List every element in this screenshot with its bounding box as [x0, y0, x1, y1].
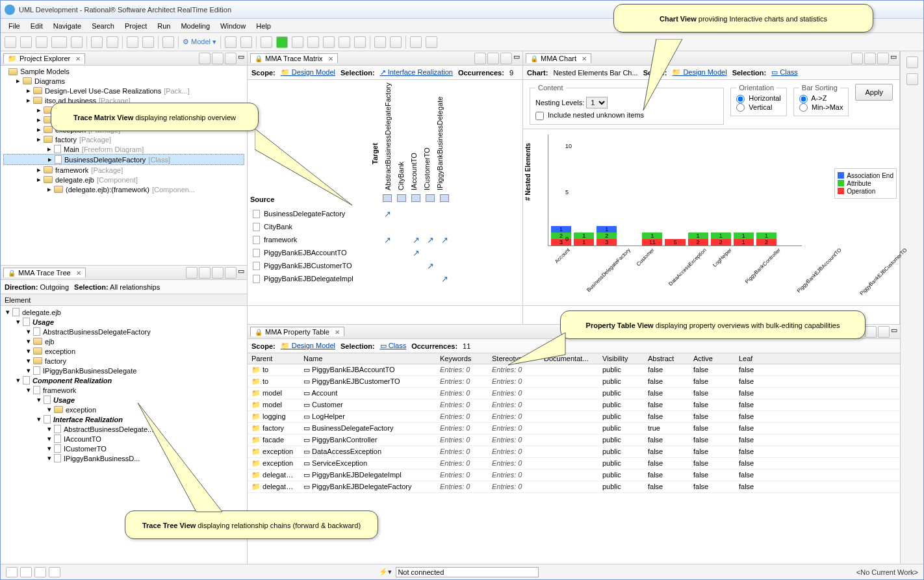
tb-010-icon[interactable] — [51, 36, 67, 48]
tb-g-icon[interactable] — [323, 36, 335, 48]
tb-lock-icon[interactable] — [91, 36, 103, 48]
table-row[interactable]: 📁 model▭ CustomerEntries: 0Entries: 0pub… — [248, 399, 900, 411]
close-icon[interactable]: ✕ — [579, 55, 587, 62]
project-explorer-tree[interactable]: Sample Models▸Diagrams▸Design-Level Use-… — [1, 66, 247, 265]
tab-property-table[interactable]: 🔒 MMA Property Table ✕ — [250, 327, 344, 336]
table-row[interactable]: 📁 model▭ AccountEntries: 0Entries: 0publ… — [248, 388, 900, 399]
menu-help[interactable]: Help — [252, 21, 275, 31]
minimize-icon[interactable]: ▭ — [238, 53, 244, 64]
minimize-icon[interactable]: ▭ — [513, 53, 520, 64]
table-row[interactable]: 📁 exception▭ DataAccessExceptionEntries:… — [248, 446, 900, 458]
tt-tb1-icon[interactable] — [186, 267, 198, 279]
matrix-row[interactable]: framework↗↗↗↗ — [248, 233, 522, 246]
tree-item[interactable]: ▸BusinessDelegateFactory [Class] — [3, 154, 244, 165]
close-icon[interactable]: ✕ — [73, 270, 81, 277]
sb1-icon[interactable] — [6, 567, 18, 577]
tb-save-icon[interactable] — [20, 36, 32, 48]
tt-tb3-icon[interactable] — [212, 267, 224, 279]
menu-search[interactable]: Search — [88, 21, 118, 31]
ch-tb1-icon[interactable] — [851, 53, 863, 64]
matrix-row[interactable]: CityBank — [248, 220, 522, 233]
apply-button[interactable]: Apply — [855, 84, 893, 101]
tb-i-icon[interactable] — [374, 36, 386, 48]
tb-back-icon[interactable] — [410, 36, 422, 48]
ch-tb2-icon[interactable] — [864, 53, 876, 64]
table-row[interactable]: 📁 delegate....▭ PiggyBankEJBDelegateImpl… — [248, 470, 900, 481]
trim1-icon[interactable] — [906, 57, 918, 68]
table-row[interactable]: 📁 delegate....▭ PiggyBankEJBDelegateFact… — [248, 481, 900, 493]
tm-scope-link[interactable]: 📁 Design Model — [281, 68, 335, 77]
tt-tb2-icon[interactable] — [199, 267, 211, 279]
pe-menu-icon[interactable] — [225, 53, 237, 64]
table-row[interactable]: 📁 factory▭ BusinessDelegateFactoryEntrie… — [248, 423, 900, 435]
pt-sel-link[interactable]: ▭ Class — [380, 342, 407, 350]
tb-btn-icon[interactable] — [71, 36, 83, 48]
tb-new-icon[interactable] — [5, 36, 16, 48]
orient-v-radio[interactable]: Vertical — [736, 103, 772, 111]
tree-item[interactable]: ▾delegate.ejb — [3, 307, 244, 317]
tree-item[interactable]: ▾Usage — [3, 317, 244, 327]
table-row[interactable]: 📁 exception▭ ServiceExceptionEntries: 0E… — [248, 458, 900, 470]
tb-d-icon[interactable] — [225, 36, 237, 48]
pt-body[interactable]: 📁 to▭ PiggyBankEJBAccountTOEntries: 0Ent… — [248, 364, 900, 493]
tt-column-header[interactable]: Element — [1, 294, 247, 306]
minimize-icon[interactable]: ▭ — [891, 326, 897, 338]
menu-window[interactable]: Window — [216, 21, 250, 31]
tm-tb3-icon[interactable] — [500, 53, 512, 64]
tm-tb2-icon[interactable] — [487, 53, 499, 64]
tm-sel-link[interactable]: ↗ Interface Realization — [380, 68, 453, 77]
tb-run-icon[interactable] — [276, 36, 288, 48]
tb-lock2-icon[interactable] — [107, 36, 118, 48]
sort-az-radio[interactable]: A->Z — [799, 94, 827, 102]
tree-item[interactable]: ▸Design-Level Use-Case Realizations [Pac… — [3, 86, 244, 95]
tab-trace-tree[interactable]: 🔒 MMA Trace Tree ✕ — [3, 268, 86, 277]
tb-j-icon[interactable] — [390, 36, 402, 48]
menu-modeling[interactable]: Modeling — [177, 21, 214, 31]
tree-item[interactable]: ▾AbstractBusinessDelegateFactory — [3, 327, 244, 336]
close-icon[interactable]: ✕ — [73, 55, 81, 62]
matrix-row[interactable]: PiggyBankEJBCustomerTO↗ — [248, 259, 522, 272]
tree-item[interactable]: Sample Models — [3, 67, 244, 76]
table-row[interactable]: 📁 to▭ PiggyBankEJBAccountTOEntries: 0Ent… — [248, 364, 900, 376]
sb3-icon[interactable] — [34, 567, 46, 577]
connection-field[interactable] — [396, 567, 539, 577]
pt-header-row[interactable]: Parent Name Keywords Stereotypes Documen… — [248, 353, 900, 364]
tree-item[interactable]: ▸Diagrams — [3, 76, 244, 86]
matrix-row[interactable]: PiggyBankEJBDelegateImpl↗ — [248, 272, 522, 285]
tree-item[interactable]: ▸framework [Package] — [3, 165, 244, 175]
pe-focus-icon[interactable] — [212, 53, 224, 64]
nesting-select[interactable]: 1 — [586, 97, 608, 108]
include-unknown-check[interactable]: Include nested unknown items — [535, 111, 644, 119]
tree-item[interactable]: ▸delegate.ejb [Component] — [3, 175, 244, 184]
minimize-icon[interactable]: ▭ — [238, 267, 244, 279]
tree-item[interactable]: ▸(delegate.ejb):(framework) [Componen... — [3, 184, 244, 194]
tb-saveall-icon[interactable] — [36, 36, 47, 48]
tb-f-icon[interactable] — [307, 36, 319, 48]
menu-run[interactable]: Run — [153, 21, 174, 31]
tb-search-icon[interactable] — [354, 36, 366, 48]
tb-model-dd[interactable]: ⚙ Model ▾ — [183, 38, 216, 46]
menu-navigate[interactable]: Navigate — [49, 21, 85, 31]
trim2-icon[interactable] — [906, 73, 918, 85]
tb-e-icon[interactable] — [240, 36, 252, 48]
menu-edit[interactable]: Edit — [27, 21, 47, 31]
tree-item[interactable]: ▾exception — [3, 346, 244, 356]
table-row[interactable]: 📁 facade▭ PiggyBankControllerEntries: 0E… — [248, 435, 900, 446]
sb-conn-icon[interactable]: ⚡▾ — [379, 568, 392, 576]
pt-scope-link[interactable]: 📁 Design Model — [281, 342, 335, 350]
pt-tb2-icon[interactable] — [878, 326, 890, 338]
tb-c-icon[interactable] — [162, 36, 174, 48]
sb2-icon[interactable] — [20, 567, 32, 577]
close-icon[interactable]: ✕ — [332, 329, 340, 336]
tb-a-icon[interactable] — [127, 36, 138, 48]
tree-item[interactable]: ▾IPiggyBankBusinessDelegate — [3, 366, 244, 375]
tree-item[interactable]: ▸Main [Freeform Diagram] — [3, 144, 244, 154]
table-row[interactable]: 📁 to▭ PiggyBankEJBCustomerTOEntries: 0En… — [248, 376, 900, 388]
tb-b-icon[interactable] — [142, 36, 154, 48]
tm-tb1-icon[interactable] — [474, 53, 486, 64]
tree-item[interactable]: ▾factory — [3, 356, 244, 366]
ch-tb3-icon[interactable] — [877, 53, 889, 64]
table-row[interactable]: 📁 logging▭ LogHelperEntries: 0Entries: 0… — [248, 411, 900, 423]
menu-project[interactable]: Project — [121, 21, 151, 31]
tree-item[interactable]: ▾ejb — [3, 336, 244, 346]
